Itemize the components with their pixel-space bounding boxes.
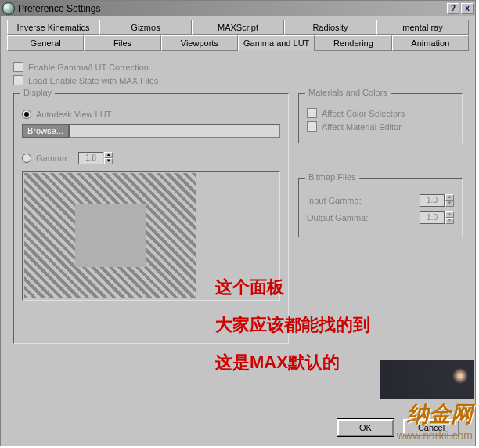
load-enable-checkbox[interactable] (13, 75, 23, 85)
input-gamma-row: Input Gamma: 1.0 ▲▼ (307, 194, 454, 207)
load-enable-row[interactable]: Load Enable State with MAX Files (13, 75, 463, 85)
tab-viewports[interactable]: Viewports (161, 35, 238, 51)
load-enable-label: Load Enable State with MAX Files (28, 76, 158, 85)
tab-general[interactable]: General (7, 35, 84, 51)
autodesk-lut-radio[interactable] (22, 110, 31, 119)
enable-gamma-label: Enable Gamma/LUT Correction (28, 63, 149, 72)
browse-button[interactable]: Browse... (22, 124, 69, 138)
tab-animation[interactable]: Animation (392, 35, 469, 51)
materials-group: Materials and Colors Affect Color Select… (298, 93, 463, 143)
affect-material-checkbox[interactable] (307, 121, 317, 132)
output-gamma-spinner[interactable]: 1.0 ▲▼ (420, 211, 454, 224)
watermark-logo: 纳金网 (397, 399, 473, 429)
output-gamma-label: Output Gamma: (307, 213, 368, 222)
gamma-down[interactable]: ▼ (104, 158, 113, 164)
affect-material-label: Affect Material Editor (322, 122, 402, 132)
affect-material-row[interactable]: Affect Material Editor (307, 121, 454, 132)
bitmap-group-label: Bitmap Files (305, 172, 359, 182)
tab-gamma-lut[interactable]: Gamma and LUT (238, 35, 315, 51)
tab-mental-ray[interactable]: mental ray (376, 20, 469, 35)
app-icon (2, 2, 15, 15)
tab-rendering[interactable]: Rendering (315, 35, 391, 51)
output-gamma-row: Output Gamma: 1.0 ▲▼ (307, 211, 454, 224)
titlebar: Preference Settings ? x (1, 1, 475, 16)
annotation-line-2: 大家应该都能找的到 (215, 313, 370, 337)
annotation-line-1: 这个面板 (215, 276, 284, 299)
tab-radiosity[interactable]: Radiosity (284, 20, 376, 35)
autodesk-lut-label: Autodesk View LUT (36, 110, 111, 119)
gamma-radio[interactable] (22, 154, 31, 163)
input-gamma-up[interactable]: ▲ (445, 194, 454, 201)
window-title: Preference Settings (18, 3, 447, 14)
autodesk-lut-row[interactable]: Autodesk View LUT (22, 110, 280, 119)
enable-gamma-row[interactable]: Enable Gamma/LUT Correction (13, 62, 463, 72)
gamma-preview (24, 173, 196, 298)
tabs-row-1: Inverse Kinematics Gizmos MAXScript Radi… (7, 20, 469, 35)
input-gamma-down[interactable]: ▼ (445, 201, 454, 207)
materials-group-label: Materials and Colors (305, 88, 391, 97)
dark-overlay-image (380, 360, 474, 399)
tabs-area: Inverse Kinematics Gizmos MAXScript Radi… (1, 16, 475, 51)
content-area: Enable Gamma/LUT Correction Load Enable … (1, 51, 475, 352)
input-gamma-label: Input Gamma: (307, 196, 362, 205)
gamma-row[interactable]: Gamma: 1.8 ▲▼ (22, 152, 280, 164)
input-gamma-spinner[interactable]: 1.0 ▲▼ (420, 194, 454, 207)
tab-gizmos[interactable]: Gizmos (99, 20, 192, 35)
affect-color-row[interactable]: Affect Color Selectors (307, 108, 454, 118)
affect-color-checkbox[interactable] (307, 108, 317, 118)
tabs-row-2: General Files Viewports Gamma and LUT Re… (7, 35, 469, 51)
output-gamma-value[interactable]: 1.0 (420, 211, 445, 224)
tab-maxscript[interactable]: MAXScript (192, 20, 284, 35)
watermark-url: www.narkii.com (397, 429, 473, 442)
output-gamma-down[interactable]: ▼ (445, 218, 454, 224)
output-gamma-up[interactable]: ▲ (445, 211, 454, 218)
gamma-label: Gamma: (36, 154, 69, 163)
annotation-line-3: 这是MAX默认的 (215, 351, 340, 374)
gamma-up[interactable]: ▲ (104, 152, 113, 158)
watermark: 纳金网 www.narkii.com (397, 399, 473, 442)
ok-button[interactable]: OK (337, 419, 394, 436)
close-button[interactable]: x (461, 3, 474, 14)
tab-files[interactable]: Files (84, 35, 160, 51)
lut-path-field[interactable] (69, 124, 280, 138)
display-group-label: Display (20, 88, 55, 97)
bitmap-group: Bitmap Files Input Gamma: 1.0 ▲▼ Output … (298, 178, 463, 237)
gamma-spinner[interactable]: 1.8 ▲▼ (78, 152, 113, 164)
help-button[interactable]: ? (447, 3, 459, 14)
tab-inverse-kinematics[interactable]: Inverse Kinematics (7, 20, 99, 35)
affect-color-label: Affect Color Selectors (322, 109, 405, 118)
gamma-preview-swatch (75, 204, 146, 267)
enable-gamma-checkbox[interactable] (13, 62, 23, 72)
input-gamma-value[interactable]: 1.0 (420, 194, 445, 207)
gamma-value[interactable]: 1.8 (78, 152, 103, 164)
display-group: Display Autodesk View LUT Browse... Gamm… (13, 93, 289, 344)
